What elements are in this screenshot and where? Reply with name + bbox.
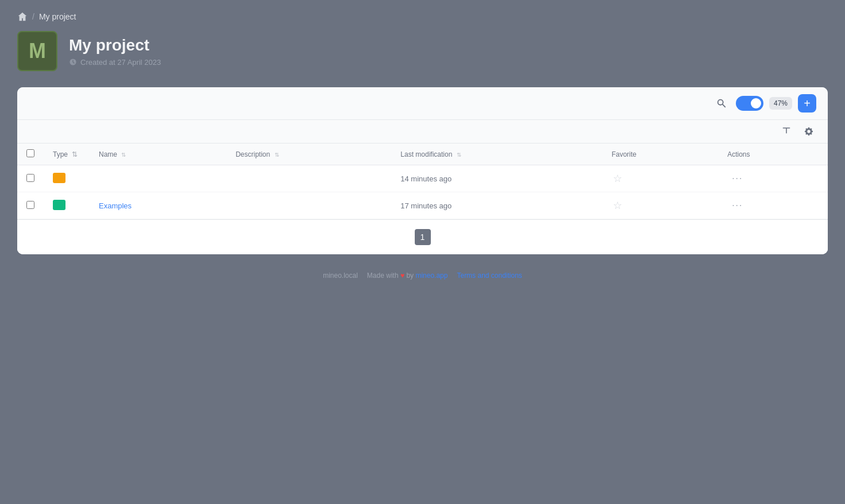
file-table-wrapper: Type ⇅ Name ⇅ Description ⇅ Last modif: [17, 144, 828, 254]
th-favorite: Favorite: [603, 144, 719, 165]
row2-favorite-button[interactable]: ☆: [612, 198, 623, 213]
main-content: 47% +: [17, 87, 828, 254]
row2-name-cell: Examples: [90, 192, 226, 219]
toolbar-row2: [17, 120, 828, 144]
row1-actions-cell: ···: [718, 165, 828, 192]
th-type[interactable]: Type ⇅: [44, 144, 90, 165]
clock-icon: [69, 58, 77, 66]
page-container: / My project M My project Created at 27 …: [0, 0, 845, 303]
row2-favorite-cell: ☆: [603, 192, 719, 219]
search-icon: [716, 98, 727, 108]
folder-green-icon: [53, 200, 65, 210]
breadcrumb-separator: /: [32, 12, 34, 21]
page-number[interactable]: 1: [415, 229, 431, 245]
th-last-modification[interactable]: Last modification ⇅: [391, 144, 602, 165]
table-row: Examples 17 minutes ago ☆ ···: [17, 192, 828, 219]
breadcrumb-current: My project: [39, 12, 76, 21]
terms-link[interactable]: Terms and conditions: [457, 272, 522, 280]
th-description[interactable]: Description ⇅: [226, 144, 391, 165]
examples-link[interactable]: Examples: [99, 201, 132, 210]
project-header: M My project Created at 27 April 2023: [17, 31, 828, 71]
file-table: Type ⇅ Name ⇅ Description ⇅ Last modif: [17, 144, 828, 219]
row1-description-cell: [226, 165, 391, 192]
mod-sort-icon: ⇅: [457, 152, 461, 158]
row2-description-cell: [226, 192, 391, 219]
gear-icon: [804, 126, 814, 137]
add-button[interactable]: +: [798, 94, 816, 113]
footer-made-with: Made with ♥ by mineo.app: [367, 272, 448, 280]
toolbar-row1: 47% +: [17, 87, 828, 120]
brand-link[interactable]: mineo.app: [415, 272, 447, 280]
row1-checkbox[interactable]: [26, 174, 34, 182]
row2-checkbox-cell: [17, 192, 44, 219]
row1-favorite-button[interactable]: ☆: [612, 171, 623, 186]
view-toggle[interactable]: [736, 96, 763, 111]
footer: mineo.local Made with ♥ by mineo.app Ter…: [17, 260, 828, 291]
folder-orange-icon: [53, 173, 65, 183]
row2-checkbox[interactable]: [26, 201, 34, 209]
row2-type-cell: [44, 192, 90, 219]
row1-favorite-cell: ☆: [603, 165, 719, 192]
th-name[interactable]: Name ⇅: [90, 144, 226, 165]
th-checkbox: [17, 144, 44, 165]
table-header-row: Type ⇅ Name ⇅ Description ⇅ Last modif: [17, 144, 828, 165]
row1-type-cell: [44, 165, 90, 192]
search-button[interactable]: [713, 95, 730, 112]
project-info: My project Created at 27 April 2023: [69, 36, 161, 67]
text-format-button[interactable]: [777, 123, 796, 139]
row1-modification-cell: 14 minutes ago: [391, 165, 602, 192]
th-actions: Actions: [718, 144, 828, 165]
heart-icon: ♥: [400, 272, 406, 280]
row2-modification-cell: 17 minutes ago: [391, 192, 602, 219]
row1-actions-button[interactable]: ···: [727, 171, 747, 186]
zoom-level: 47%: [769, 97, 792, 110]
table-row: 14 minutes ago ☆ ···: [17, 165, 828, 192]
project-avatar: M: [17, 31, 57, 71]
project-created-date: Created at 27 April 2023: [80, 58, 161, 67]
project-meta: Created at 27 April 2023: [69, 58, 161, 67]
pagination: 1: [17, 219, 828, 254]
row2-actions-cell: ···: [718, 192, 828, 219]
name-sort-icon: ⇅: [121, 152, 126, 158]
select-all-checkbox[interactable]: [26, 149, 34, 157]
home-icon[interactable]: [17, 11, 28, 22]
footer-app-name: mineo.local: [323, 272, 358, 280]
text-icon: [782, 126, 791, 135]
settings-button[interactable]: [801, 124, 816, 139]
desc-sort-icon: ⇅: [275, 152, 279, 158]
row2-actions-button[interactable]: ···: [727, 198, 747, 213]
toggle-knob: [751, 98, 761, 108]
row1-checkbox-cell: [17, 165, 44, 192]
project-title: My project: [69, 36, 161, 55]
row1-name-cell: [90, 165, 226, 192]
breadcrumb: / My project: [17, 11, 828, 22]
type-sort-icon: ⇅: [72, 150, 78, 158]
